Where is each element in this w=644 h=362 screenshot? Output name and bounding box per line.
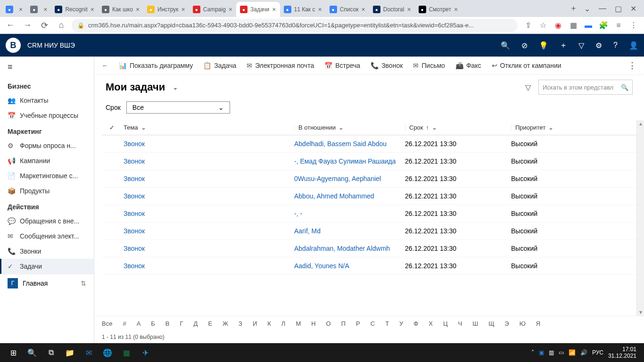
search-icon[interactable]: 🔍 bbox=[501, 41, 510, 50]
tray-app-icon[interactable]: ▥ bbox=[549, 349, 554, 356]
sidebar-item[interactable]: 📢Кампании bbox=[0, 153, 94, 168]
cell-rel[interactable]: Abdelhadi, Bassem Said Abdou bbox=[294, 140, 405, 148]
table-row[interactable]: Звонок Aadid, Younes N/A 26.12.2021 13:3… bbox=[102, 257, 636, 275]
command-button[interactable]: 📞Звонок bbox=[371, 62, 403, 69]
close-icon[interactable]: × bbox=[318, 6, 322, 13]
column-filter-icon[interactable]: ▽ bbox=[525, 83, 531, 92]
dropdown-icon[interactable]: ⌄ bbox=[584, 4, 590, 13]
cell-tema[interactable]: Звонок bbox=[120, 192, 294, 200]
row-checkbox[interactable] bbox=[106, 227, 120, 235]
cell-tema[interactable]: Звонок bbox=[120, 245, 294, 252]
excel-icon[interactable]: ▦ bbox=[117, 343, 136, 362]
browser-tab[interactable]: ●Doctoral× bbox=[369, 2, 415, 17]
alpha-letter[interactable]: Б bbox=[151, 320, 155, 327]
alpha-letter[interactable]: Н bbox=[311, 320, 315, 327]
cell-tema[interactable]: Звонок bbox=[120, 140, 294, 148]
vertical-scrollbar[interactable] bbox=[636, 120, 644, 316]
cell-tema[interactable]: Звонок bbox=[120, 175, 294, 182]
sidebar-item[interactable]: 📦Продукты bbox=[0, 183, 94, 198]
alpha-letter[interactable]: О bbox=[326, 320, 331, 327]
chevron-up-down-icon[interactable]: ⇅ bbox=[81, 280, 86, 287]
search-taskbar-icon[interactable]: 🔍 bbox=[23, 343, 41, 362]
row-checkbox[interactable] bbox=[106, 192, 120, 200]
filter-select[interactable]: Все ⌄ bbox=[126, 101, 230, 114]
ext1-icon[interactable]: ◉ bbox=[553, 21, 563, 30]
alpha-letter[interactable]: И bbox=[253, 320, 257, 327]
cell-tema[interactable]: Звонок bbox=[120, 227, 294, 235]
command-button[interactable]: 📊Показать диаграмму bbox=[119, 62, 193, 69]
close-icon[interactable]: × bbox=[407, 6, 411, 13]
alpha-letter[interactable]: Е bbox=[208, 320, 212, 327]
reload-button[interactable]: ⟳ bbox=[38, 19, 51, 32]
star-icon[interactable]: ☆ bbox=[538, 21, 548, 30]
alpha-letter[interactable]: # bbox=[123, 320, 126, 327]
sidebar-footer[interactable]: Г Главная ⇅ bbox=[0, 274, 94, 292]
row-checkbox[interactable] bbox=[106, 245, 120, 252]
sidebar-item[interactable]: ⚙Формы опроса н... bbox=[0, 138, 94, 153]
cell-rel[interactable]: -, Емад Фауаз Сулиман Рашаида bbox=[294, 157, 405, 165]
lang-indicator[interactable]: РУС bbox=[592, 349, 603, 356]
browser-tab[interactable]: ●11 Как с× bbox=[280, 2, 326, 17]
checkbox-column[interactable]: ✓ bbox=[106, 124, 120, 131]
close-icon[interactable]: × bbox=[362, 6, 365, 13]
cell-rel[interactable]: Aarif, Md bbox=[294, 227, 405, 235]
command-button[interactable]: 📅Встреча bbox=[324, 62, 360, 69]
browser-tab[interactable]: ●Как шко× bbox=[98, 2, 143, 17]
sidebar-item[interactable]: 📞Звонки bbox=[0, 244, 94, 259]
alpha-letter[interactable]: М bbox=[296, 320, 301, 327]
alpha-letter[interactable]: Т bbox=[385, 320, 389, 327]
close-icon[interactable]: × bbox=[454, 6, 458, 13]
alpha-letter[interactable]: В bbox=[165, 320, 170, 327]
column-prio[interactable]: Приоритет ⌄ bbox=[511, 124, 633, 131]
close-icon[interactable]: × bbox=[19, 6, 23, 13]
sidebar-item[interactable]: 📅Учебные процессы bbox=[0, 108, 94, 123]
cell-rel[interactable]: Aadid, Younes N/A bbox=[294, 262, 405, 270]
browser-tab[interactable]: ●Смотрет× bbox=[415, 2, 462, 17]
hamburger-icon[interactable]: ≡ bbox=[0, 57, 94, 78]
alpha-letter[interactable]: Г bbox=[180, 320, 183, 327]
alpha-letter[interactable]: З bbox=[239, 320, 242, 327]
clock[interactable]: 17:01 31.12.2021 bbox=[608, 346, 636, 360]
table-row[interactable]: Звонок -, - 26.12.2021 13:30 Высокий bbox=[102, 205, 636, 222]
cell-tema[interactable]: Звонок bbox=[120, 157, 294, 165]
telegram-icon[interactable]: ✈ bbox=[136, 343, 155, 362]
close-icon[interactable]: × bbox=[136, 6, 140, 13]
sidebar-item[interactable]: 📄Маркетинговые с... bbox=[0, 168, 94, 183]
close-window-icon[interactable]: ✕ bbox=[630, 4, 636, 13]
alpha-letter[interactable]: Р bbox=[356, 320, 360, 327]
alpha-letter[interactable]: Х bbox=[429, 320, 433, 327]
command-button[interactable]: 📋Задача bbox=[203, 62, 236, 69]
outlook-icon[interactable]: ✉ bbox=[79, 343, 98, 362]
table-row[interactable]: Звонок Aarif, Md 26.12.2021 13:30 Высоки… bbox=[102, 222, 636, 240]
tray-chevron-icon[interactable]: ˄ bbox=[531, 349, 534, 356]
table-row[interactable]: Звонок Abdelhadi, Bassem Said Abdou 26.1… bbox=[102, 135, 636, 153]
home-button[interactable]: ⌂ bbox=[55, 19, 68, 32]
settings-icon[interactable]: ⚙ bbox=[595, 41, 602, 50]
share-icon[interactable]: ⇪ bbox=[523, 21, 533, 30]
alpha-letter[interactable]: А bbox=[137, 320, 141, 327]
back-button[interactable]: ← bbox=[4, 19, 17, 32]
battery-icon[interactable]: ▭ bbox=[559, 349, 564, 356]
column-srok[interactable]: Срок ↑ ⌄ bbox=[405, 124, 511, 131]
cell-rel[interactable]: Abdalrahman, Modather Aldwmh bbox=[294, 245, 405, 252]
browser-tab[interactable]: ●Campaig× bbox=[189, 2, 236, 17]
new-tab-button[interactable]: + bbox=[571, 4, 576, 13]
table-row[interactable]: Звонок 0Wusu-Agyemang, Aephaniel 26.12.2… bbox=[102, 170, 636, 188]
alpha-letter[interactable]: Э bbox=[504, 320, 509, 327]
task-icon[interactable]: ⊘ bbox=[521, 41, 528, 50]
table-row[interactable]: Звонок Abbou, Ahmed Mohammed 26.12.2021 … bbox=[102, 188, 636, 205]
taskview-icon[interactable]: ⧉ bbox=[41, 343, 60, 362]
max-icon[interactable]: ▢ bbox=[615, 4, 622, 13]
table-row[interactable]: Звонок -, Емад Фауаз Сулиман Рашаида 26.… bbox=[102, 153, 636, 170]
close-icon[interactable]: × bbox=[43, 6, 47, 13]
user-icon[interactable]: 👤 bbox=[629, 41, 638, 50]
wifi-icon[interactable]: 📶 bbox=[569, 349, 576, 356]
help-icon[interactable]: ? bbox=[613, 41, 618, 49]
cell-tema[interactable]: Звонок bbox=[120, 262, 294, 270]
column-tema[interactable]: Тема ⌄ bbox=[120, 124, 294, 131]
row-checkbox[interactable] bbox=[106, 140, 120, 148]
chrome-icon[interactable]: 🌐 bbox=[98, 343, 117, 362]
browser-tab[interactable]: ●Инструк× bbox=[143, 2, 189, 17]
brand-logo[interactable]: B bbox=[6, 38, 21, 53]
alpha-letter[interactable]: Д bbox=[194, 320, 198, 327]
